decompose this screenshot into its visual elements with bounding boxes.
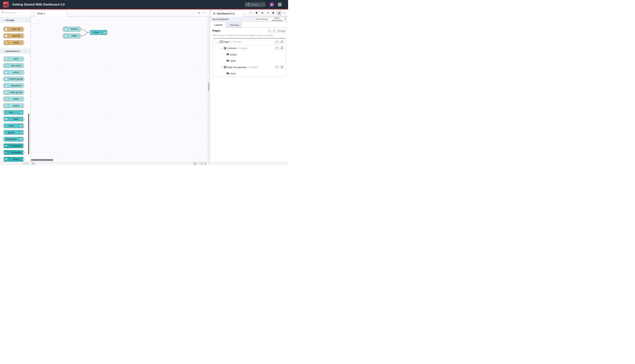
avatar[interactable]: jp [270,2,274,6]
palette-node-markdown[interactable]: markdown [4,144,24,148]
canvas-map-button[interactable] [193,162,197,165]
palette-node-event[interactable]: event [4,157,24,162]
input-port[interactable] [3,85,5,86]
tree-row-chart[interactable]: chart [213,70,286,77]
palette-node-text-input[interactable]: text input [4,63,24,68]
palette-chevrons-down-button[interactable] [26,162,29,165]
tab-dashboard-2[interactable]: Dashboard 2.0 [210,10,244,16]
add-page-button[interactable]: Page [277,29,286,33]
input-port[interactable] [3,112,5,113]
input-port[interactable] [3,105,5,107]
sidebar-tool-chart-bars-button[interactable] [277,11,282,16]
output-port[interactable] [23,92,25,93]
canvas-search-button[interactable] [32,162,35,165]
chevron-down-icon[interactable] [221,47,223,50]
chevron-down-icon[interactable] [221,66,223,70]
chevrons-down-button[interactable] [272,29,276,33]
eye-button[interactable] [275,46,279,50]
canvas-plus-button[interactable] [204,162,207,165]
palette-node-slider[interactable]: slider [4,96,24,102]
output-port[interactable] [23,152,25,153]
palette-node-text[interactable]: textA [4,110,24,115]
tab-theming[interactable]: Theming [227,22,241,28]
tree-row-data-visualization[interactable]: Data Visualization1 Widgets [213,64,286,70]
flow-canvas[interactable]: buttonsliderchart [31,16,210,162]
output-port[interactable] [80,35,81,37]
output-port[interactable] [80,28,81,30]
deploy-button[interactable]: Deploy ▾ [245,2,266,7]
canvas-vertical-scrollbar[interactable] [208,83,209,91]
sidebar-tool-bug-button[interactable] [260,11,265,16]
palette-chevrons-up-button[interactable] [22,162,26,165]
output-port[interactable] [23,118,25,120]
output-port[interactable] [23,58,25,60]
output-port[interactable] [23,98,25,100]
palette-node-notification[interactable]: notification [4,137,24,142]
canvas-node-slider[interactable]: slider [63,34,81,38]
palette-node-read-file[interactable]: read file [4,34,24,38]
input-port[interactable] [3,78,5,80]
output-port[interactable] [23,65,25,66]
chevrons-up-button[interactable] [268,29,272,33]
sidebar-tool-layers-button[interactable] [271,11,275,16]
input-port[interactable] [3,28,5,30]
input-port[interactable] [3,35,5,37]
filter-nodes-input[interactable] [5,11,31,14]
sidebar-tool-book-button[interactable] [254,11,259,16]
lock-open-button[interactable] [280,40,284,44]
input-port[interactable] [3,118,5,120]
sidebar-tool-info-button[interactable]: i [249,11,253,16]
input-port[interactable] [3,65,5,66]
tree-row-page-1[interactable]: Page 12 Groups [213,39,286,45]
output-port[interactable] [23,28,25,30]
tab-layout[interactable]: Layout [212,22,225,28]
input-port[interactable] [62,28,64,30]
output-port[interactable] [23,78,25,80]
input-port[interactable] [3,145,5,147]
chevron-down-icon[interactable] [217,41,219,44]
palette-node-table[interactable]: table [4,116,24,122]
output-port[interactable] [23,158,25,160]
input-port[interactable] [3,125,5,127]
palette-node-form[interactable]: form [4,56,24,61]
output-port[interactable] [23,72,25,73]
tree-row-button[interactable]: button [213,52,286,58]
palette-node-button[interactable]: button [4,70,24,75]
input-port[interactable] [3,138,5,140]
tree-row-controls[interactable]: Controls2 Widgets [213,45,286,52]
palette-node-write-file[interactable]: write file [4,27,24,32]
palette-node-chart[interactable]: chart [4,124,24,128]
hamburger-menu-icon[interactable] [278,3,282,6]
canvas-node-chart[interactable]: chart [90,30,107,35]
output-port[interactable] [23,145,25,147]
input-port[interactable] [3,132,5,133]
input-port[interactable] [62,35,64,37]
palette-node-switch[interactable]: switch [4,104,24,108]
canvas-horizontal-scrollbar[interactable] [31,159,53,161]
flow-list-button[interactable] [203,12,205,15]
canvas-circle-button[interactable] [200,162,204,165]
tab-flow-1[interactable]: Flow 1 [34,10,67,16]
output-port[interactable] [23,35,25,37]
palette-category-storage[interactable]: storage [0,17,31,23]
output-port[interactable] [23,125,25,127]
input-port[interactable] [3,98,5,100]
tree-row-slider[interactable]: slider [213,58,286,64]
input-port[interactable] [89,32,91,34]
wire[interactable] [81,29,89,32]
palette-node-template[interactable]: </>template [4,150,24,155]
eye-button[interactable] [275,40,279,44]
palette-category-dashboard-2[interactable]: dashboard 2 [0,48,31,54]
open-dashboard-button[interactable]: Open Dashboard [269,17,288,21]
lock-open-button[interactable] [280,66,284,69]
palette-node-gauge[interactable]: gauge [4,130,24,135]
sidebar-tool-gear-button[interactable]: ⚙ [266,11,270,16]
canvas-minus-button[interactable] [197,162,200,165]
add-flow-button[interactable] [198,12,200,15]
output-port[interactable] [23,105,25,107]
output-port[interactable] [106,32,108,34]
sidebar-caret-icon[interactable]: ▾ [284,12,285,14]
input-port[interactable] [3,72,5,73]
palette-scrollbar[interactable] [28,114,29,154]
palette-node-watch[interactable]: watch [4,40,24,45]
